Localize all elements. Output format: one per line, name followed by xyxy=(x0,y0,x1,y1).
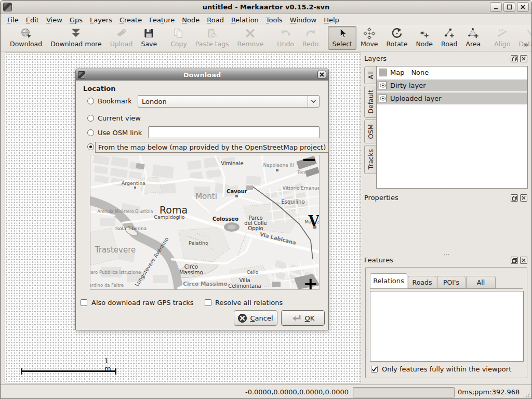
menu-file[interactable]: File xyxy=(4,16,22,24)
float-icon xyxy=(512,57,517,61)
menu-feature[interactable]: Feature xyxy=(145,16,178,24)
viewport-filter-label: Only features fully within the viewport xyxy=(382,365,511,373)
main-toolbar: Download Download more Upload Save xyxy=(1,25,531,51)
layers-tab-all[interactable]: All xyxy=(364,66,376,84)
layers-tab-default[interactable]: Default xyxy=(364,86,376,118)
select-tool-button[interactable]: Select xyxy=(328,26,356,50)
menu-edit[interactable]: Edit xyxy=(22,16,43,24)
maximize-button[interactable] xyxy=(503,2,515,12)
save-button[interactable]: Save xyxy=(137,26,161,50)
undo-button: Undo xyxy=(273,26,298,50)
osm-link-radio[interactable] xyxy=(87,129,94,136)
download-more-icon xyxy=(70,28,82,39)
bookmark-radio[interactable] xyxy=(87,98,94,104)
cancel-button-label: Cancel xyxy=(250,314,273,322)
features-float-button[interactable] xyxy=(511,257,518,264)
resolve-relations-checkbox[interactable] xyxy=(205,299,211,306)
toolbar-label: Download xyxy=(10,40,42,48)
map-zoom-in-control[interactable]: + xyxy=(303,275,318,290)
dock-panel: Layers All Default OSM Tracks Map xyxy=(364,52,528,383)
eye-icon[interactable] xyxy=(379,82,387,89)
map-canvas[interactable]: 1 m Download Location Bookmark London xyxy=(5,52,361,383)
map-place-label: Massimo xyxy=(179,269,203,275)
dock-splitter[interactable] xyxy=(364,252,528,256)
layers-close-button[interactable] xyxy=(520,55,527,62)
features-close-button[interactable] xyxy=(520,257,527,264)
close-button[interactable] xyxy=(517,2,529,12)
menu-window[interactable]: Window xyxy=(286,16,320,24)
copy-icon xyxy=(172,28,185,39)
cancel-button[interactable]: Cancel xyxy=(234,310,277,326)
layers-panel: All Default OSM Tracks Map - None Dirty … xyxy=(364,66,528,189)
menu-bar: File Edit View Gps Layers Create Feature… xyxy=(1,15,531,25)
node-tool-button[interactable]: Node xyxy=(411,26,437,50)
bookmark-combobox[interactable]: London xyxy=(138,95,320,108)
menu-help[interactable]: Help xyxy=(320,16,343,24)
gps-tracks-checkbox[interactable] xyxy=(81,299,87,306)
menu-layers[interactable]: Layers xyxy=(86,16,116,24)
menu-tools[interactable]: Tools xyxy=(262,16,286,24)
map-place-label: Circo Massimo xyxy=(183,281,227,287)
layer-row-map-none[interactable]: Map - None xyxy=(377,66,527,78)
move-tool-button[interactable]: Move xyxy=(356,26,382,50)
road-tool-button[interactable]: Road xyxy=(437,26,461,50)
paste-tags-button: Paste tags xyxy=(191,26,233,50)
minimize-button[interactable] xyxy=(490,2,502,12)
area-icon xyxy=(467,28,480,39)
dock-splitter[interactable] xyxy=(364,190,528,194)
current-view-radio[interactable] xyxy=(87,115,94,122)
eye-icon[interactable] xyxy=(379,95,387,102)
zoom-readout: 0ms;ppm:392.968 xyxy=(458,388,520,396)
ok-return-icon xyxy=(291,314,302,322)
menu-create[interactable]: Create xyxy=(116,16,145,24)
toolbar-label: Upload xyxy=(110,40,133,48)
map-place-label: Palatino xyxy=(189,240,208,246)
scale-bar-line xyxy=(22,370,115,372)
menu-road[interactable]: Road xyxy=(203,16,228,24)
tab-pois[interactable]: POI's xyxy=(437,276,466,288)
rotate-tool-button[interactable]: Rotate xyxy=(382,26,411,50)
menu-gps[interactable]: Gps xyxy=(66,16,86,24)
layer-row-uploaded[interactable]: Uploaded layer xyxy=(377,92,527,104)
tab-all[interactable]: All xyxy=(466,276,496,288)
resize-grip[interactable] xyxy=(524,392,530,398)
tab-relations[interactable]: Relations xyxy=(370,273,407,288)
layers-float-button[interactable] xyxy=(511,55,518,62)
download-more-button[interactable]: Download more xyxy=(46,26,106,50)
bookmark-combobox-value: London xyxy=(138,98,308,105)
maximize-icon xyxy=(507,4,512,10)
layers-tab-tracks[interactable]: Tracks xyxy=(364,145,376,174)
toolbar-label: Node xyxy=(416,40,433,48)
remove-icon xyxy=(244,28,257,39)
menu-node[interactable]: Node xyxy=(178,16,203,24)
from-map-radio[interactable] xyxy=(87,143,94,150)
properties-close-button[interactable] xyxy=(520,194,527,202)
layer-row-dirty[interactable]: Dirty layer xyxy=(377,79,527,91)
ok-button[interactable]: OK xyxy=(281,310,325,326)
map-zoom-out-control[interactable]: − xyxy=(301,155,317,169)
current-view-radio-label: Current view xyxy=(98,114,141,122)
upload-icon xyxy=(115,28,128,39)
feature-list[interactable] xyxy=(370,291,524,362)
osm-link-input[interactable] xyxy=(148,126,320,138)
tab-roads[interactable]: Roads xyxy=(408,276,436,288)
close-icon xyxy=(320,72,324,77)
menu-view[interactable]: View xyxy=(43,16,66,24)
viewport-filter-checkbox[interactable] xyxy=(371,366,378,373)
toolbar-overflow-chevron[interactable]: » xyxy=(524,41,528,49)
properties-float-button[interactable] xyxy=(511,194,518,202)
toolbar-label: Align xyxy=(494,40,510,48)
map-place-label: Trastevere xyxy=(95,245,136,255)
layers-tab-osm[interactable]: OSM xyxy=(364,119,376,143)
layer-swatch-icon[interactable] xyxy=(379,69,387,76)
menu-relation[interactable]: Relation xyxy=(228,16,262,24)
from-map-radio-label[interactable]: From the map below (map provided by the … xyxy=(95,142,329,153)
dialog-title-bar[interactable]: Download xyxy=(76,69,328,81)
download-button[interactable]: Download xyxy=(6,26,46,50)
osm-link-radio-label: Use OSM link xyxy=(98,129,142,137)
osm-map[interactable]: − + ViminaleNapoleone IIITermini - LaArg… xyxy=(90,155,320,290)
detach-icon xyxy=(524,28,532,39)
align-icon xyxy=(496,28,509,39)
area-tool-button[interactable]: Area xyxy=(461,26,485,50)
dialog-close-button[interactable] xyxy=(317,71,326,78)
